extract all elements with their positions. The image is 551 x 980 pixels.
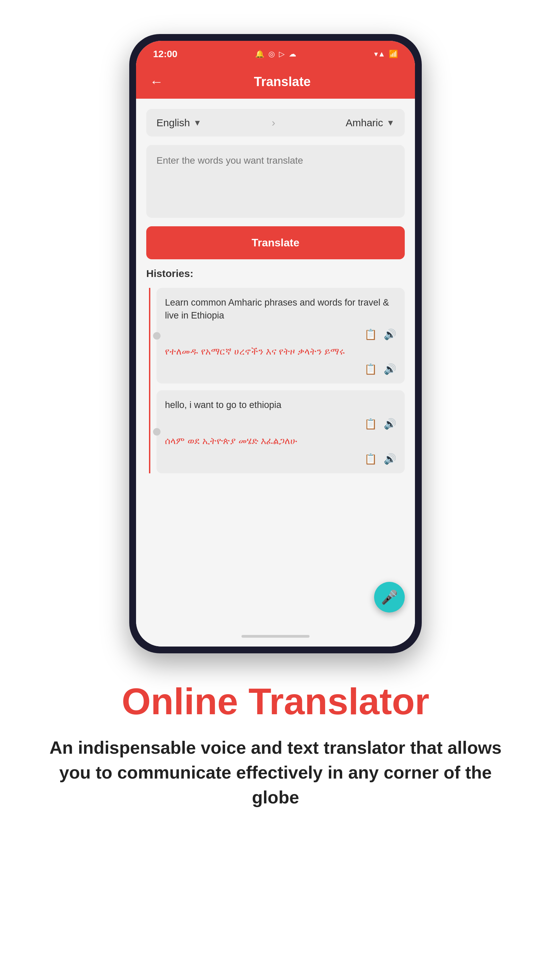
- copy-icon-2b[interactable]: 📋: [364, 453, 377, 465]
- phone-wrapper: 12:00 🔔 ◎ ▷ ☁ ▾▲ 📶 ← Translate: [129, 34, 422, 653]
- source-language-label: English: [156, 117, 190, 129]
- history-timeline-line: [149, 288, 150, 473]
- main-title: Online Translator: [34, 681, 517, 722]
- bottom-section: Online Translator An indispensable voice…: [0, 653, 551, 843]
- translate-button[interactable]: Translate: [146, 226, 405, 259]
- wifi-icon: ▾▲: [374, 50, 385, 59]
- status-icons-left: 🔔 ◎ ▷ ☁: [255, 50, 296, 59]
- subtitle: An indispensable voice and text translat…: [34, 735, 517, 810]
- copy-icon-2[interactable]: 📋: [364, 418, 377, 430]
- audio-icon-1b[interactable]: 🔊: [384, 363, 396, 375]
- home-bar: [241, 635, 310, 638]
- history-translated-1: የተለመዱ የአማርኛ ሀረኖችን እና የትዞ ቃላትን ይማሩ: [165, 345, 396, 358]
- history-icons-1: 📋 🔊: [165, 328, 396, 340]
- status-icons-right: ▾▲ 📶: [374, 50, 398, 59]
- history-original-1: Learn common Amharic phrases and words f…: [165, 296, 396, 322]
- history-original-2: hello, i want to go to ethiopia: [165, 399, 396, 412]
- copy-icon-1b[interactable]: 📋: [364, 363, 377, 375]
- mic-fab-button[interactable]: 🎤: [374, 582, 405, 612]
- notification-icon: 🔔: [255, 50, 264, 59]
- text-input-area: [146, 145, 405, 218]
- timeline-dot-1: [153, 332, 160, 340]
- translation-input[interactable]: [156, 155, 395, 206]
- page-title: Translate: [163, 75, 401, 89]
- fab-container: 🎤: [374, 582, 405, 612]
- copy-icon-1[interactable]: 📋: [364, 328, 377, 340]
- history-card-2: hello, i want to go to ethiopia 📋 🔊 ሰላም …: [156, 390, 405, 473]
- phone-shell: 12:00 🔔 ◎ ▷ ☁ ▾▲ 📶 ← Translate: [129, 34, 422, 653]
- top-bar: ← Translate: [136, 65, 415, 99]
- play-icon: ▷: [279, 50, 285, 59]
- timeline-dot-2: [153, 428, 160, 436]
- history-translated-2: ሰላም ወደ ኢትዮጵያ መሄድ እፈልጋለሁ: [165, 435, 396, 448]
- mic-icon: 🎤: [381, 589, 398, 605]
- lang-direction-arrow: ›: [272, 116, 275, 129]
- app-content: English ▼ › Amharic ▼ Translate Histo: [136, 99, 415, 626]
- cloud-icon: ☁: [289, 50, 296, 59]
- history-icons-2: 📋 🔊: [165, 418, 396, 430]
- signal-icon: 📶: [389, 50, 398, 59]
- histories-label: Histories:: [146, 268, 405, 279]
- history-card-1: Learn common Amharic phrases and words f…: [156, 288, 405, 383]
- source-language-dropdown[interactable]: English ▼: [156, 117, 202, 129]
- audio-icon-2[interactable]: 🔊: [384, 418, 396, 430]
- target-dropdown-arrow: ▼: [386, 118, 395, 127]
- history-icons-1b: 📋 🔊: [165, 363, 396, 375]
- source-dropdown-arrow: ▼: [193, 118, 202, 127]
- circle-icon: ◎: [268, 50, 275, 59]
- status-time: 12:00: [153, 49, 178, 60]
- home-indicator: [136, 626, 415, 646]
- target-language-dropdown[interactable]: Amharic ▼: [346, 117, 395, 129]
- status-bar: 12:00 🔔 ◎ ▷ ☁ ▾▲ 📶: [136, 41, 415, 65]
- back-button[interactable]: ←: [150, 74, 163, 89]
- language-selector: English ▼ › Amharic ▼: [146, 109, 405, 137]
- history-icons-2b: 📋 🔊: [165, 453, 396, 465]
- phone-inner: 12:00 🔔 ◎ ▷ ☁ ▾▲ 📶 ← Translate: [136, 41, 415, 646]
- history-list: Learn common Amharic phrases and words f…: [146, 288, 405, 473]
- audio-icon-1[interactable]: 🔊: [384, 328, 396, 340]
- audio-icon-2b[interactable]: 🔊: [384, 453, 396, 465]
- target-language-label: Amharic: [346, 117, 383, 129]
